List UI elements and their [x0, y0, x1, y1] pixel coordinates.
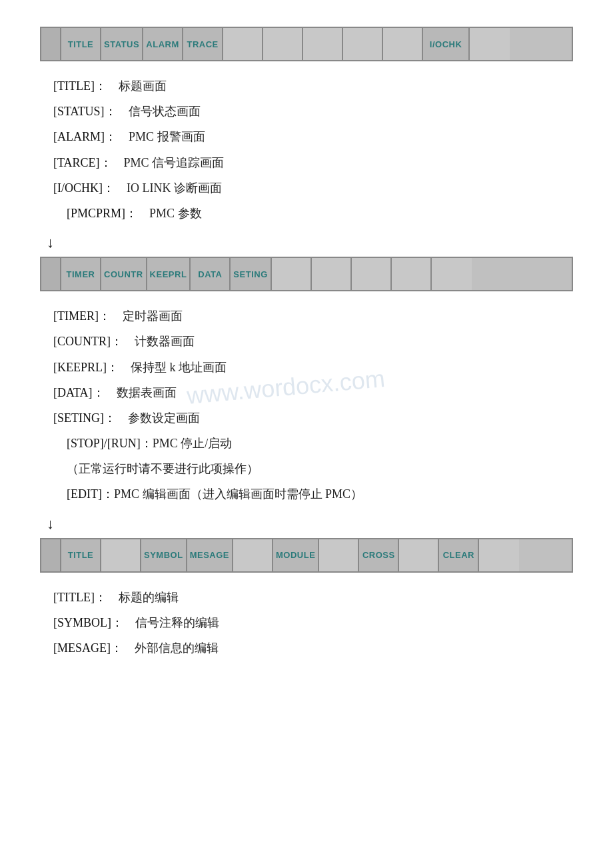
toolbar1-cell-e2 — [263, 28, 303, 60]
toolbar2-cell-e3 — [352, 258, 392, 290]
toolbar1-cell-e5 — [383, 28, 423, 60]
section2-item-4: [SETING]： 参数设定画面 — [53, 407, 573, 429]
section2-item-3: [DATA]： 数据表画面 — [53, 381, 573, 404]
toolbar1-cell-empty0 — [41, 28, 61, 60]
arrow-2: ↓ — [47, 515, 573, 533]
toolbar3-cell-e5 — [479, 539, 519, 571]
section2-item-0: [TIMER]： 定时器画面 — [53, 305, 573, 327]
section2-item-7: [EDIT]：PMC 编辑画面（进入编辑画面时需停止 PMC） — [67, 483, 573, 505]
section1-item-0: [TITLE]： 标题画面 — [53, 75, 573, 97]
toolbar3-cell-e2 — [233, 539, 273, 571]
toolbar3-cell-e1 — [101, 539, 141, 571]
section1-item-3: [TARCE]： PMC 信号追踪画面 — [53, 151, 573, 174]
toolbar3-cell-mesage[interactable]: MESAGE — [187, 539, 233, 571]
section1-item-5: [PMCPRM]： PMC 参数 — [67, 202, 573, 225]
toolbar1-cell-trace[interactable]: TRACE — [183, 28, 223, 60]
section1-item-2: [ALARM]： PMC 报警画面 — [53, 125, 573, 148]
toolbar-2: TIMER COUNTR KEEPRL DATA SETING — [40, 257, 573, 291]
section3-item-0: [TITLE]： 标题的编辑 — [53, 586, 573, 609]
toolbar3-cell-e3 — [319, 539, 359, 571]
section2-item-2: [KEEPRL]： 保持型 k 地址画面 — [53, 356, 573, 379]
toolbar2-cell-e4 — [392, 258, 432, 290]
toolbar-1: TITLE STATUS ALARM TRACE I/OCHK — [40, 27, 573, 61]
toolbar1-cell-e1 — [223, 28, 263, 60]
toolbar3-cell-module[interactable]: MODULE — [273, 539, 319, 571]
arrow-1: ↓ — [47, 234, 573, 251]
toolbar2-cell-countr[interactable]: COUNTR — [101, 258, 147, 290]
toolbar1-cell-e6 — [470, 28, 510, 60]
toolbar2-cell-e1 — [272, 258, 312, 290]
toolbar2-cell-keeprl[interactable]: KEEPRL — [147, 258, 191, 290]
toolbar3-cell-empty0 — [41, 539, 61, 571]
section2-item-5: [STOP]/[RUN]：PMC 停止/启动 — [67, 432, 573, 455]
toolbar1-cell-status[interactable]: STATUS — [101, 28, 143, 60]
toolbar-3: TITLE SYMBOL MESAGE MODULE CROSS CLEAR — [40, 538, 573, 573]
section3-item-1: [SYMBOL]： 信号注释的编辑 — [53, 611, 573, 634]
toolbar3-cell-e4 — [399, 539, 439, 571]
section3-text: [TITLE]： 标题的编辑 [SYMBOL]： 信号注释的编辑 [MESAGE… — [53, 586, 573, 660]
section3-item-2: [MESAGE]： 外部信息的编辑 — [53, 637, 573, 659]
toolbar3-cell-clear[interactable]: CLEAR — [439, 539, 479, 571]
section1-item-1: [STATUS]： 信号状态画面 — [53, 100, 573, 123]
toolbar2-cell-e5 — [432, 258, 472, 290]
section2-text: [TIMER]： 定时器画面 [COUNTR]： 计数器画面 [KEEPRL]：… — [53, 305, 573, 506]
toolbar2-cell-timer[interactable]: TIMER — [61, 258, 101, 290]
toolbar2-cell-seting[interactable]: SETING — [231, 258, 271, 290]
toolbar2-cell-e2 — [312, 258, 352, 290]
toolbar1-cell-alarm[interactable]: ALARM — [143, 28, 183, 60]
section2-item-1: [COUNTR]： 计数器画面 — [53, 330, 573, 353]
toolbar3-cell-title[interactable]: TITLE — [61, 539, 101, 571]
toolbar1-cell-e3 — [303, 28, 343, 60]
toolbar2-cell-data[interactable]: DATA — [191, 258, 231, 290]
toolbar1-cell-e4 — [343, 28, 383, 60]
toolbar2-cell-empty0 — [41, 258, 61, 290]
toolbar3-cell-cross[interactable]: CROSS — [359, 539, 399, 571]
toolbar3-cell-symbol[interactable]: SYMBOL — [141, 539, 187, 571]
section2-item-6: （正常运行时请不要进行此项操作） — [67, 457, 573, 480]
section1-item-4: [I/OCHK]： IO LINK 诊断画面 — [53, 177, 573, 199]
toolbar1-cell-title[interactable]: TITLE — [61, 28, 101, 60]
section1-text: [TITLE]： 标题画面 [STATUS]： 信号状态画面 [ALARM]： … — [53, 75, 573, 225]
toolbar1-cell-iochk[interactable]: I/OCHK — [423, 28, 470, 60]
